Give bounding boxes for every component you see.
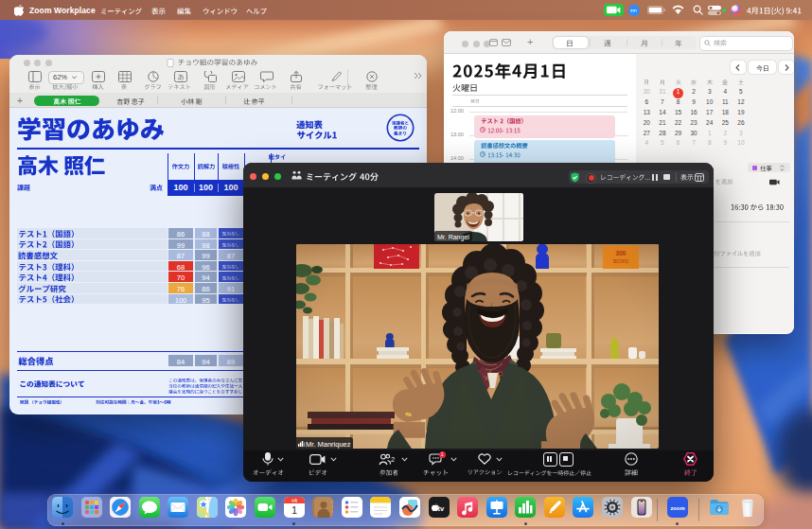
svg-text:tv: tv <box>437 503 444 512</box>
svg-text:zoom: zoom <box>670 504 684 510</box>
svg-text:1: 1 <box>291 504 297 516</box>
